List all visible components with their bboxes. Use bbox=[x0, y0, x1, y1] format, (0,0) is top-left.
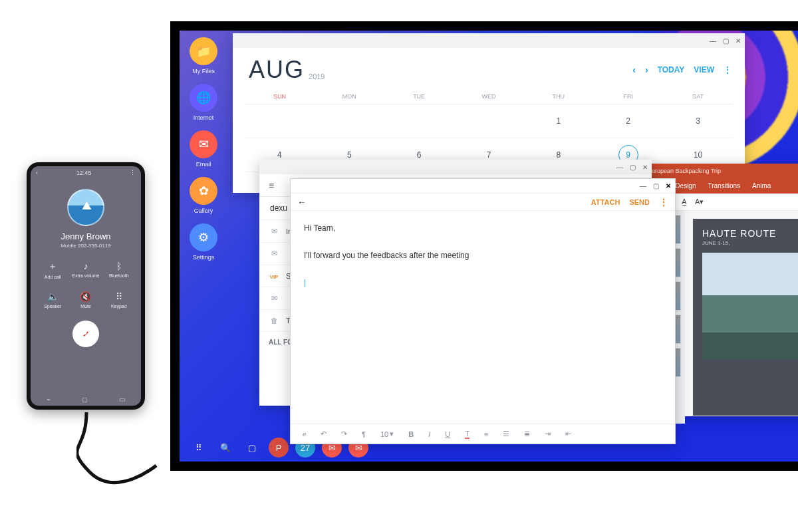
prev-month-icon[interactable]: ‹ bbox=[632, 65, 636, 75]
minimize-icon[interactable] bbox=[640, 182, 646, 190]
compose-window: ← ATTACH SEND ⋮ Hi Team, I'll forward yo… bbox=[290, 178, 676, 444]
compose-greeting: Hi Team, bbox=[304, 221, 662, 235]
dow-label: TUE bbox=[384, 86, 454, 104]
next-month-icon[interactable]: › bbox=[645, 65, 648, 75]
outdent-icon[interactable]: ⇤ bbox=[565, 430, 571, 438]
search-icon[interactable]: 🔍 bbox=[215, 438, 235, 458]
mute-button[interactable]: 🔇Mute bbox=[69, 291, 102, 309]
desktop[interactable]: 📁My Files 🌐Internet ✉Email ✿Gallery ⚙Set… bbox=[180, 31, 798, 462]
email-titlebar bbox=[259, 160, 652, 174]
back-arrow-icon[interactable]: ‹ bbox=[36, 170, 38, 176]
apps-grid-icon[interactable]: ⠿ bbox=[189, 438, 209, 458]
add-call-button[interactable]: ＋Add call bbox=[36, 261, 69, 279]
speaker-button[interactable]: 🔈Speaker bbox=[36, 291, 69, 309]
back-nav-icon[interactable]: ▭ bbox=[119, 396, 125, 403]
calendar-day[interactable] bbox=[245, 104, 315, 138]
ppt-tab[interactable]: Anima bbox=[752, 182, 771, 190]
slide-subtitle: JUNE 1-15, bbox=[702, 240, 798, 246]
app-dock: 📁My Files 🌐Internet ✉Email ✿Gallery ⚙Set… bbox=[180, 31, 227, 462]
bluetooth-button[interactable]: ᛒBluetooth bbox=[102, 261, 136, 279]
dock-settings[interactable]: ⚙Settings bbox=[186, 223, 221, 261]
slide-photo bbox=[702, 253, 798, 359]
ppt-tab[interactable]: Transitions bbox=[708, 182, 740, 190]
numbered-list-icon[interactable]: ≣ bbox=[524, 430, 530, 438]
indent-icon[interactable]: ⇥ bbox=[545, 430, 551, 438]
calendar-titlebar bbox=[233, 33, 745, 48]
extra-volume-button[interactable]: ♪Extra volume bbox=[69, 261, 102, 279]
hamburger-icon[interactable]: ≡ bbox=[259, 180, 283, 191]
calendar-day[interactable] bbox=[454, 104, 524, 138]
phone-hangup-icon bbox=[80, 328, 92, 340]
dock-gallery[interactable]: ✿Gallery bbox=[186, 177, 221, 214]
font-color-icon[interactable]: T bbox=[465, 430, 469, 439]
hangup-button[interactable] bbox=[72, 321, 99, 347]
close-icon[interactable] bbox=[666, 182, 671, 190]
italic-icon[interactable]: I bbox=[428, 430, 430, 438]
mail-row-icon: VIP bbox=[269, 272, 279, 280]
view-button[interactable]: VIEW bbox=[694, 65, 714, 74]
font-size-picker[interactable]: 10 ▾ bbox=[380, 430, 394, 438]
calendar-day[interactable] bbox=[384, 104, 454, 138]
dock-my-files[interactable]: 📁My Files bbox=[186, 37, 221, 74]
underline-icon[interactable]: U bbox=[445, 430, 450, 438]
mail-row-icon: 🗑 bbox=[269, 317, 279, 325]
maximize-icon[interactable] bbox=[630, 164, 636, 171]
ppt-tab[interactable]: Design bbox=[675, 182, 696, 190]
home-nav-icon[interactable]: ◻ bbox=[82, 396, 87, 403]
phone-device: ‹ 12:45 ⋮ Jenny Brown Mobile 202-555-011… bbox=[27, 162, 145, 410]
caller-avatar bbox=[67, 189, 104, 226]
mail-row-icon: ✉ bbox=[269, 294, 279, 303]
taskbar-powerpoint[interactable]: P bbox=[269, 438, 289, 458]
close-icon[interactable] bbox=[642, 164, 648, 171]
attachment-icon[interactable]: 𝘦 bbox=[303, 430, 306, 438]
maximize-icon[interactable] bbox=[723, 37, 729, 45]
close-icon[interactable] bbox=[735, 37, 741, 45]
calendar-day[interactable]: 1 bbox=[523, 104, 593, 138]
dow-label: SAT bbox=[663, 86, 733, 104]
compose-toolbar: 𝘦 ↶ ↷ ¶ 10 ▾ B I U T ≡ ☰ ≣ ⇥ ⇤ bbox=[291, 424, 675, 444]
compose-text: I'll forward you the feedbacks after the… bbox=[304, 249, 662, 262]
dow-label: WED bbox=[454, 86, 524, 104]
bold-icon[interactable]: B bbox=[408, 430, 414, 438]
today-button[interactable]: TODAY bbox=[658, 65, 685, 74]
dow-label: FRI bbox=[593, 86, 663, 104]
calendar-day[interactable]: 3 bbox=[663, 104, 733, 138]
back-arrow-icon[interactable]: ← bbox=[297, 197, 307, 207]
dow-label: SUN bbox=[245, 86, 315, 104]
mail-row-icon: ✉ bbox=[269, 249, 279, 258]
highlight-icon[interactable]: A▾ bbox=[695, 198, 704, 206]
attach-button[interactable]: ATTACH bbox=[591, 198, 620, 206]
slide-canvas[interactable]: HAUTE ROUTE JUNE 1-15, bbox=[693, 219, 798, 416]
phone-clock: 12:45 bbox=[76, 170, 92, 176]
keypad-button[interactable]: ⠿Keypad bbox=[102, 291, 136, 309]
align-icon[interactable]: ≡ bbox=[484, 430, 488, 438]
compose-titlebar bbox=[291, 179, 675, 194]
ppt-title: European Backpacking Trip bbox=[648, 168, 721, 174]
format-icon[interactable]: ¶ bbox=[362, 430, 366, 438]
maximize-icon[interactable] bbox=[653, 182, 659, 190]
recents-icon[interactable]: ▢ bbox=[242, 438, 262, 458]
undo-icon[interactable]: ↶ bbox=[321, 430, 327, 438]
calendar-day[interactable] bbox=[315, 104, 384, 138]
usb-cable bbox=[76, 412, 163, 492]
dow-label: THU bbox=[523, 86, 593, 104]
compose-more-icon[interactable]: ⋮ bbox=[659, 197, 668, 207]
calendar-year: 2019 bbox=[309, 72, 325, 80]
send-button[interactable]: SEND bbox=[629, 198, 650, 206]
recent-nav-icon[interactable]: ⌁ bbox=[47, 396, 51, 403]
redo-icon[interactable]: ↷ bbox=[341, 430, 347, 438]
calendar-more-icon[interactable]: ⋮ bbox=[724, 65, 732, 74]
calendar-day[interactable]: 2 bbox=[593, 104, 663, 138]
font-color-icon[interactable]: A̲ bbox=[682, 198, 687, 206]
compose-body[interactable]: Hi Team, I'll forward you the feedbacks … bbox=[291, 211, 675, 300]
mail-row-icon: ✉ bbox=[269, 227, 279, 235]
ppt-ribbon: European Backpacking Trip bbox=[638, 164, 798, 178]
list-icon[interactable]: ☰ bbox=[503, 430, 509, 438]
more-icon[interactable]: ⋮ bbox=[130, 170, 136, 176]
dock-internet[interactable]: 🌐Internet bbox=[186, 84, 221, 121]
minimize-icon[interactable] bbox=[616, 164, 623, 171]
caller-info: Mobile 202-555-0119 bbox=[61, 243, 111, 249]
monitor-frame: 📁My Files 🌐Internet ✉Email ✿Gallery ⚙Set… bbox=[170, 21, 798, 471]
minimize-icon[interactable] bbox=[710, 37, 716, 45]
dock-email[interactable]: ✉Email bbox=[186, 130, 221, 168]
